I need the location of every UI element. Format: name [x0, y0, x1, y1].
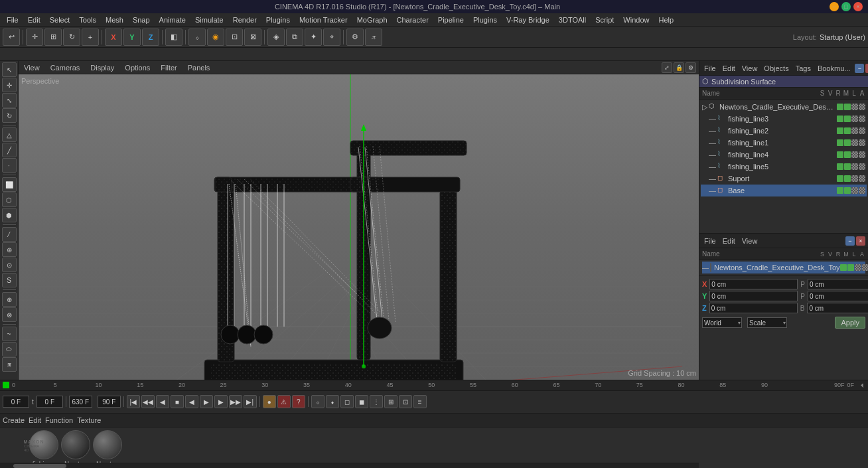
visibility-dot[interactable]: [837, 151, 843, 158]
step-back-button[interactable]: ◀◀: [141, 395, 155, 408]
stop-button[interactable]: ■: [171, 395, 184, 408]
scene-item[interactable]: — ⌇ fishing_line1: [701, 137, 867, 149]
scene-item[interactable]: ▷ ⬡ Newtons_Cradle_Executive_Desk_Toy: [701, 101, 867, 113]
create-object-button[interactable]: +: [82, 29, 99, 46]
visibility-dot[interactable]: [837, 127, 843, 134]
mat-layer-dot[interactable]: [862, 264, 868, 271]
current-frame-input[interactable]: [3, 396, 29, 408]
scene-file-menu[interactable]: File: [702, 64, 718, 72]
filter-menu[interactable]: Filter: [158, 64, 179, 72]
scale-dropdown[interactable]: Scale: [747, 317, 787, 328]
scene-item[interactable]: — ⌇ fishing_line5: [701, 161, 867, 173]
material-dot[interactable]: [851, 187, 858, 194]
menu-item-character[interactable]: Character: [393, 15, 433, 25]
mirror-button[interactable]: ◧: [165, 29, 182, 46]
scene-view-menu[interactable]: View: [740, 64, 760, 72]
menu-item-render[interactable]: Render: [229, 15, 261, 25]
render-region-button[interactable]: ⊠: [244, 29, 261, 46]
menu-item-tools[interactable]: Tools: [75, 15, 100, 25]
scene-item[interactable]: — ⌇ fishing_line2: [701, 125, 867, 137]
menu-item-simulate[interactable]: Simulate: [191, 15, 228, 25]
go-to-start-button[interactable]: |◀: [127, 395, 140, 408]
panel-close-btn[interactable]: ×: [865, 64, 868, 73]
visibility-dot[interactable]: [837, 187, 843, 194]
record-active-button[interactable]: ●: [263, 395, 276, 408]
material-dot[interactable]: [851, 175, 858, 182]
mat-tag-dot[interactable]: [855, 264, 861, 271]
scene-objects-menu[interactable]: Objects: [762, 64, 790, 72]
props-view-menu[interactable]: View: [740, 237, 760, 245]
paint-tool[interactable]: ⬭: [2, 342, 17, 356]
layout-value[interactable]: Startup (User): [820, 33, 865, 41]
material-dot[interactable]: [851, 151, 858, 158]
render-dot[interactable]: [844, 104, 851, 110]
move-tool-button[interactable]: ✛: [26, 29, 43, 46]
render-dot[interactable]: [844, 175, 851, 182]
go-to-end-button[interactable]: ▶|: [244, 395, 257, 408]
cameras-menu[interactable]: Cameras: [48, 64, 83, 72]
autokey-button[interactable]: ⚠: [277, 395, 291, 408]
material-sphere-newton1[interactable]: [61, 430, 90, 459]
material-sphere-newton2[interactable]: [93, 430, 122, 459]
minimize-button[interactable]: –: [830, 2, 839, 11]
scene-item[interactable]: — ⌇ fishing_line4: [701, 149, 867, 161]
apply-button[interactable]: Apply: [835, 317, 865, 329]
help-button[interactable]: ?: [292, 395, 305, 408]
keyframe-add-button[interactable]: ⬦: [188, 29, 206, 46]
light-button[interactable]: ✦: [305, 29, 322, 46]
end-frame-input[interactable]: [98, 396, 121, 408]
render-dot[interactable]: [844, 116, 851, 122]
layer-dot[interactable]: [859, 151, 865, 158]
material-dot[interactable]: [851, 139, 858, 146]
knife-tool[interactable]: ∕: [2, 227, 17, 242]
prev-frame-button[interactable]: ◀: [156, 395, 169, 408]
texture-tool[interactable]: ⬢: [2, 208, 17, 222]
menu-item-window[interactable]: Window: [619, 15, 653, 25]
scene-item[interactable]: — ⌇ fishing_line3: [701, 113, 867, 125]
key-button1[interactable]: ⬦: [311, 395, 325, 408]
viewport-settings[interactable]: ⚙: [686, 62, 696, 73]
menu-item-mesh[interactable]: Mesh: [102, 15, 127, 25]
z-position-input[interactable]: [709, 303, 798, 313]
camera-button[interactable]: ⌖: [323, 29, 340, 46]
render-dot[interactable]: [844, 187, 851, 194]
texture-button[interactable]: ⧉: [286, 29, 303, 46]
menu-item-animate[interactable]: Animate: [155, 15, 190, 25]
world-space-dropdown[interactable]: World Object: [702, 317, 742, 328]
scene-edit-menu[interactable]: Edit: [721, 64, 737, 72]
point-tool[interactable]: ·: [2, 158, 17, 173]
props-collapse-btn[interactable]: −: [845, 236, 855, 246]
menu-item-snap[interactable]: Snap: [129, 15, 154, 25]
menu-item-v-ray-bridge[interactable]: V-Ray Bridge: [502, 15, 553, 25]
props-file-menu[interactable]: File: [702, 237, 718, 245]
material-dot[interactable]: [851, 116, 858, 122]
edit-menu[interactable]: Edit: [29, 416, 41, 424]
key-button2[interactable]: ⬧: [326, 395, 339, 408]
scale-tool-button[interactable]: ⊞: [44, 29, 62, 46]
rotate-tool-button[interactable]: ↻: [63, 29, 80, 46]
visibility-dot[interactable]: [837, 116, 843, 122]
key-button6[interactable]: ⊞: [384, 395, 398, 408]
layer-dot[interactable]: [859, 187, 865, 194]
key-button7[interactable]: ⊡: [399, 395, 412, 408]
render-button[interactable]: ◉: [207, 29, 224, 46]
scene-tags-menu[interactable]: Tags: [794, 64, 813, 72]
play-forward-button[interactable]: ▶: [200, 395, 213, 408]
material-dot[interactable]: [851, 127, 858, 134]
render-dot[interactable]: [844, 163, 851, 170]
timeline-play-head[interactable]: [3, 382, 9, 388]
layer-dot[interactable]: [859, 163, 865, 170]
layer-dot[interactable]: [859, 139, 865, 146]
undo-button[interactable]: ↩: [3, 29, 20, 46]
visibility-dot[interactable]: [837, 163, 843, 170]
edit-button[interactable]: ⚙: [346, 29, 364, 46]
menu-item-plugins[interactable]: Plugins: [469, 15, 501, 25]
panels-menu[interactable]: Panels: [185, 64, 213, 72]
function-menu[interactable]: Function: [45, 416, 73, 424]
visibility-dot[interactable]: [837, 104, 843, 110]
texture-menu[interactable]: Texture: [77, 416, 101, 424]
maximize-button[interactable]: □: [841, 2, 851, 11]
layer-dot[interactable]: [859, 116, 865, 122]
material-dot[interactable]: [851, 163, 858, 170]
material-dot[interactable]: [851, 104, 858, 110]
